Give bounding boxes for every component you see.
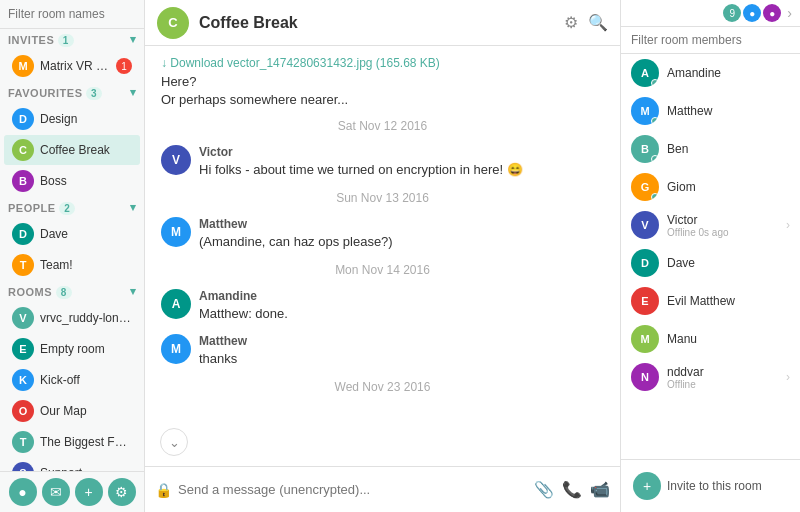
- section-arrow: ▾: [130, 33, 137, 46]
- msg-text: Hi folks - about time we turned on encry…: [199, 161, 604, 179]
- sidebar-scroll: INVITES 1▾ M Matrix VR Demo 1 FAVOURITES…: [0, 29, 144, 471]
- member-item[interactable]: A Amandine: [621, 54, 800, 92]
- section-label: FAVOURITES 3: [8, 87, 102, 99]
- member-avatar: E: [631, 287, 659, 315]
- online-indicator: [651, 193, 659, 201]
- member-info: nddvar Offline: [667, 365, 786, 390]
- collapse-right-icon[interactable]: ›: [787, 5, 792, 21]
- member-item[interactable]: N nddvar Offline ›: [621, 358, 800, 396]
- attachment-icon[interactable]: 📎: [534, 480, 554, 499]
- item-avatar: K: [12, 369, 34, 391]
- item-avatar: T: [12, 431, 34, 453]
- sidebar: ‹ INVITES 1▾ M Matrix VR Demo 1 FAVOURIT…: [0, 0, 145, 512]
- chat-footer: 🔒 📎 📞 📹: [145, 466, 620, 512]
- msg-avatar: V: [161, 145, 191, 175]
- item-name: Kick-off: [40, 373, 132, 387]
- chat-title: Coffee Break: [199, 14, 564, 32]
- filter-members-input[interactable]: [631, 33, 790, 47]
- video-icon[interactable]: 📹: [590, 480, 610, 499]
- section-label: ROOMS 8: [8, 286, 72, 298]
- filter-rooms-input[interactable]: [8, 7, 158, 21]
- member-avatar: M: [631, 97, 659, 125]
- member-info: Dave: [667, 256, 790, 270]
- member-name: nddvar: [667, 365, 786, 379]
- section-header-favourites[interactable]: FAVOURITES 3▾: [0, 82, 144, 103]
- sidebar-item[interactable]: D Design: [4, 104, 140, 134]
- invite-label: Invite to this room: [667, 479, 762, 493]
- gear-icon[interactable]: ⚙: [564, 13, 578, 32]
- search-icon[interactable]: 🔍: [588, 13, 608, 32]
- sidebar-item[interactable]: B Boss: [4, 166, 140, 196]
- member-info: Ben: [667, 142, 790, 156]
- member-info: Manu: [667, 332, 790, 346]
- msg-content: Matthew thanks: [199, 334, 604, 368]
- sidebar-item[interactable]: V vrvc_ruddy-longspur- Ma...: [4, 303, 140, 333]
- online-indicator: [651, 79, 659, 87]
- chat-message-row: M Matthew thanks: [161, 334, 604, 368]
- sidebar-item[interactable]: M Matrix VR Demo 1: [4, 51, 140, 81]
- message-input[interactable]: [178, 482, 526, 497]
- online-indicator: [651, 117, 659, 125]
- member-chevron-icon: ›: [786, 218, 790, 232]
- member-avatar: A: [631, 59, 659, 87]
- member-item[interactable]: G Giom: [621, 168, 800, 206]
- profile-icon[interactable]: ●: [9, 478, 37, 506]
- member-status: Offline: [667, 379, 786, 390]
- item-name: Our Map: [40, 404, 132, 418]
- right-panel-footer: + Invite to this room: [621, 459, 800, 512]
- chat-icon[interactable]: ✉: [42, 478, 70, 506]
- download-link[interactable]: ↓ Download vector_1474280631432.jpg (165…: [161, 56, 604, 70]
- member-status: Offline 0s ago: [667, 227, 786, 238]
- plain-message: Here?: [161, 74, 604, 89]
- msg-text: thanks: [199, 350, 604, 368]
- section-arrow: ▾: [130, 86, 137, 99]
- item-name: Coffee Break: [40, 143, 132, 157]
- member-avatar: M: [631, 325, 659, 353]
- member-avatar: B: [631, 135, 659, 163]
- member-name: Dave: [667, 256, 790, 270]
- settings-icon[interactable]: ⚙: [108, 478, 136, 506]
- member-item[interactable]: D Dave: [621, 244, 800, 282]
- scroll-down-button[interactable]: ⌄: [160, 428, 188, 456]
- sidebar-item[interactable]: T Team!: [4, 250, 140, 280]
- section-header-people[interactable]: PEOPLE 2▾: [0, 197, 144, 218]
- member-item[interactable]: V Victor Offline 0s ago ›: [621, 206, 800, 244]
- member-item[interactable]: B Ben: [621, 130, 800, 168]
- sidebar-footer: ● ✉ + ⚙: [0, 471, 144, 512]
- sidebar-item[interactable]: O Our Map: [4, 396, 140, 426]
- member-item[interactable]: M Manu: [621, 320, 800, 358]
- sidebar-item[interactable]: K Kick-off: [4, 365, 140, 395]
- item-name: Boss: [40, 174, 132, 188]
- member-name: Evil Matthew: [667, 294, 790, 308]
- online-count-badge: 9: [723, 4, 741, 22]
- right-panel-top: 9 ● ● ›: [621, 0, 800, 27]
- member-info: Evil Matthew: [667, 294, 790, 308]
- right-panel-filter: [621, 27, 800, 54]
- sidebar-item[interactable]: T The Biggest Football Matc...: [4, 427, 140, 457]
- member-avatar: N: [631, 363, 659, 391]
- member-name: Matthew: [667, 104, 790, 118]
- member-item[interactable]: E Evil Matthew: [621, 282, 800, 320]
- member-item[interactable]: M Matthew: [621, 92, 800, 130]
- item-name: The Biggest Football Matc...: [40, 435, 132, 449]
- lock-icon: 🔒: [155, 482, 172, 498]
- sidebar-item[interactable]: S Support: [4, 458, 140, 471]
- msg-sender: Matthew: [199, 334, 604, 348]
- invite-button[interactable]: + Invite to this room: [629, 468, 766, 504]
- section-header-invites[interactable]: INVITES 1▾: [0, 29, 144, 50]
- member-info: Giom: [667, 180, 790, 194]
- member-icon-1: ●: [743, 4, 761, 22]
- item-name: Empty room: [40, 342, 132, 356]
- sidebar-item[interactable]: D Dave: [4, 219, 140, 249]
- call-icon[interactable]: 📞: [562, 480, 582, 499]
- sidebar-item[interactable]: C Coffee Break: [4, 135, 140, 165]
- add-room-icon[interactable]: +: [75, 478, 103, 506]
- sidebar-item[interactable]: E Empty room: [4, 334, 140, 364]
- msg-sender: Victor: [199, 145, 604, 159]
- right-panel: 9 ● ● › A Amandine M Matthew B: [620, 0, 800, 512]
- member-info: Victor Offline 0s ago: [667, 213, 786, 238]
- member-avatar: G: [631, 173, 659, 201]
- chat-message-row: M Matthew (Amandine, can haz ops please?…: [161, 217, 604, 251]
- item-avatar: E: [12, 338, 34, 360]
- section-header-rooms[interactable]: ROOMS 8▾: [0, 281, 144, 302]
